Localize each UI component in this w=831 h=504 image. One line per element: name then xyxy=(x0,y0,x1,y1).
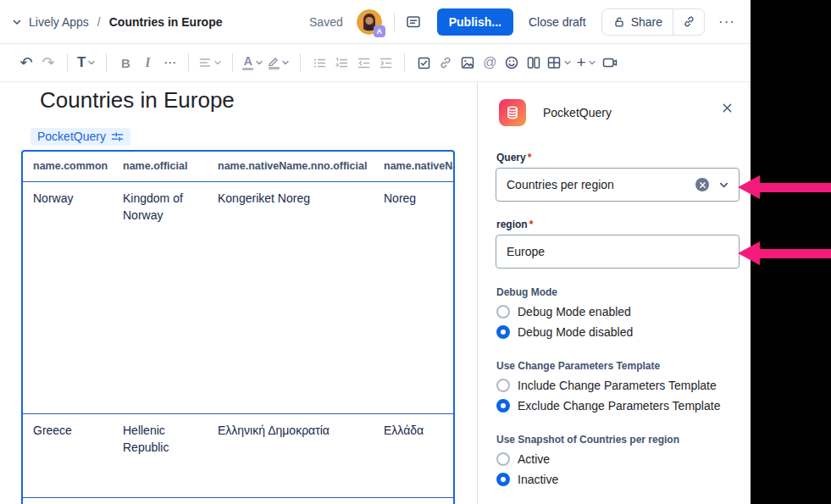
table-cell: Ελλάδα xyxy=(374,414,453,497)
chevron-down-icon[interactable] xyxy=(717,179,730,191)
debug-mode-label: Debug Mode xyxy=(496,286,557,298)
image-icon[interactable] xyxy=(457,50,479,75)
radio-icon[interactable] xyxy=(496,473,510,486)
arrow-head xyxy=(738,175,760,199)
column-header: name.official xyxy=(113,158,208,174)
divider xyxy=(67,53,68,72)
table-cell: Noreg xyxy=(374,182,453,413)
page-title[interactable]: Countries in Europe xyxy=(40,87,235,114)
close-icon[interactable] xyxy=(721,102,734,114)
arrow-tail xyxy=(760,183,831,192)
annotation-arrow-region xyxy=(738,241,831,265)
table-row xyxy=(23,498,453,504)
table-cell: Kingdom of Norway xyxy=(113,182,208,413)
radio-exclude-template[interactable]: Exclude Change Parameters Template xyxy=(496,398,720,413)
radio-icon[interactable] xyxy=(496,399,510,413)
table-header-row: name.common name.official name.nativeNam… xyxy=(23,152,453,182)
arrow-tail xyxy=(760,249,831,258)
avatar[interactable]: A xyxy=(357,9,382,35)
macro-config-panel: PocketQuery Query* Countries per region … xyxy=(477,82,751,504)
annotation-arrow-query xyxy=(738,175,831,199)
italic-icon[interactable]: I xyxy=(136,50,158,75)
query-field-label: Query* xyxy=(496,152,531,163)
table-cell: Norway xyxy=(23,182,113,413)
task-list-icon[interactable] xyxy=(413,50,435,75)
more-menu-icon[interactable]: ··· xyxy=(715,14,739,30)
saved-status: Saved xyxy=(309,15,343,29)
pocketquery-app-icon xyxy=(499,99,526,126)
bold-icon[interactable]: B xyxy=(114,50,136,75)
region-field-label: region* xyxy=(496,219,533,230)
divider xyxy=(232,53,233,72)
more-formatting-icon[interactable]: ⋯ xyxy=(158,50,180,75)
chevron-down-icon[interactable] xyxy=(10,15,24,29)
video-record-icon[interactable] xyxy=(599,50,621,75)
breadcrumb-page-title: Countries in Europe xyxy=(109,15,223,29)
query-result-table[interactable]: name.common name.official name.nativeNam… xyxy=(21,150,455,504)
emoji-icon[interactable] xyxy=(501,50,523,75)
unlock-icon xyxy=(612,15,626,29)
table-cell: Ελληνική Δημοκρατία xyxy=(208,414,374,497)
content-area: Countries in Europe PocketQuery name.com… xyxy=(0,82,751,504)
macro-chip-label: PocketQuery xyxy=(37,130,106,143)
query-select[interactable]: Countries per region xyxy=(496,168,740,202)
change-params-label: Use Change Parameters Template xyxy=(496,360,660,372)
radio-snapshot-active[interactable]: Active xyxy=(496,451,550,467)
text-style-button[interactable]: T xyxy=(75,50,98,75)
sliders-icon xyxy=(111,130,124,143)
outdent-icon[interactable] xyxy=(352,50,374,75)
region-input[interactable] xyxy=(496,235,740,269)
divider xyxy=(188,53,189,72)
bullet-list-icon[interactable] xyxy=(308,50,330,75)
radio-include-template[interactable]: Include Change Parameters Template xyxy=(496,378,717,393)
panel-title: PocketQuery xyxy=(543,106,612,119)
avatar-badge: A xyxy=(374,25,385,37)
top-bar: Lively Apps / Countries in Europe Saved … xyxy=(0,0,751,44)
close-draft-button[interactable]: Close draft xyxy=(529,15,586,29)
snapshot-label: Use Snapshot of Countries per region xyxy=(496,434,679,446)
highlight-color-icon[interactable] xyxy=(266,50,292,75)
breadcrumb-separator: / xyxy=(97,15,101,29)
insert-icon[interactable]: + xyxy=(574,50,598,75)
comment-icon[interactable] xyxy=(405,14,422,30)
text-color-icon[interactable]: A xyxy=(241,50,266,75)
clear-icon[interactable] xyxy=(695,178,709,191)
layout-columns-icon[interactable] xyxy=(523,50,545,75)
table-cell: Greece xyxy=(23,414,113,497)
redo-icon[interactable]: ↷ xyxy=(37,50,59,75)
indent-icon[interactable] xyxy=(374,50,396,75)
query-select-value: Countries per region xyxy=(507,178,695,191)
column-header: name.nativeName.nno.official xyxy=(208,158,374,174)
divider xyxy=(394,13,395,31)
app-window: Lively Apps / Countries in Europe Saved … xyxy=(0,0,751,504)
radio-debug-disabled[interactable]: Debug Mode disabled xyxy=(496,324,633,340)
divider xyxy=(106,53,107,72)
numbered-list-icon[interactable] xyxy=(330,50,352,75)
editor-toolbar: ↶ ↷ T B I ⋯ A xyxy=(0,44,751,82)
radio-debug-enabled[interactable]: Debug Mode enabled xyxy=(496,304,631,319)
radio-snapshot-inactive[interactable]: Inactive xyxy=(496,472,558,487)
arrow-head xyxy=(738,241,760,265)
share-button[interactable]: Share xyxy=(602,9,673,35)
alignment-icon[interactable] xyxy=(197,50,224,75)
divider xyxy=(300,53,301,72)
table-cell: Kongeriket Noreg xyxy=(208,182,374,413)
radio-icon[interactable] xyxy=(496,305,510,318)
link-icon[interactable] xyxy=(435,50,457,75)
copy-link-icon[interactable] xyxy=(673,9,704,35)
undo-icon[interactable]: ↶ xyxy=(15,50,37,75)
table-icon[interactable] xyxy=(545,50,574,75)
publish-button[interactable]: Publish... xyxy=(437,8,513,36)
pocketquery-macro-chip[interactable]: PocketQuery xyxy=(30,128,130,146)
column-header: name.common xyxy=(23,158,113,174)
column-header: name.nativeNa xyxy=(374,158,453,174)
breadcrumb-space[interactable]: Lively Apps xyxy=(29,15,89,29)
editor-canvas[interactable]: Countries in Europe PocketQuery name.com… xyxy=(0,82,477,504)
radio-icon[interactable] xyxy=(496,325,510,339)
topbar-actions: Saved A Publish... Close draft xyxy=(309,8,739,36)
radio-icon[interactable] xyxy=(496,452,510,466)
table-row: Greece Hellenic Republic Ελληνική Δημοκρ… xyxy=(23,414,453,498)
mention-icon[interactable]: @ xyxy=(479,50,501,75)
table-row: Norway Kingdom of Norway Kongeriket Nore… xyxy=(23,182,453,414)
radio-icon[interactable] xyxy=(496,379,510,392)
